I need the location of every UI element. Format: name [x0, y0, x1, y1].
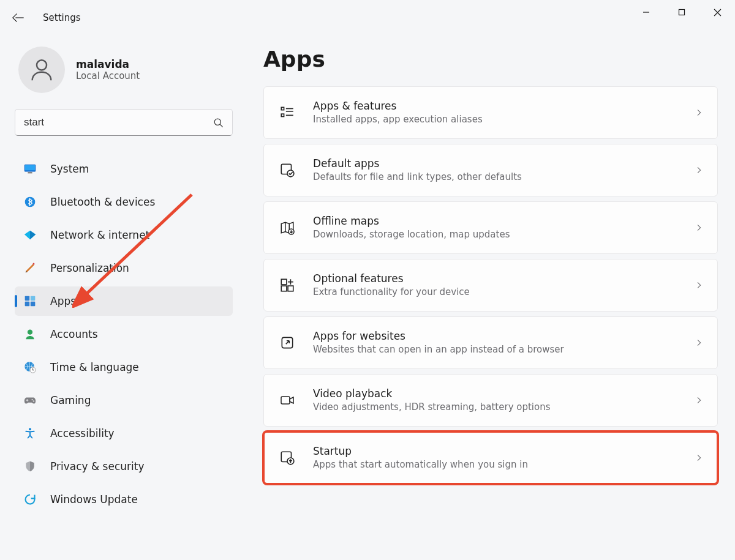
window-title: Settings	[43, 12, 81, 23]
svg-rect-8	[25, 165, 35, 171]
maximize-button[interactable]	[664, 0, 699, 24]
card-subtitle: Apps that start automatically when you s…	[313, 458, 528, 471]
shield-icon	[23, 460, 37, 473]
card-subtitle: Websites that can open in an app instead…	[313, 343, 564, 356]
chevron-right-icon	[694, 108, 704, 118]
wifi-icon	[23, 228, 37, 242]
svg-rect-1	[679, 10, 685, 15]
sidebar-item-label: Time & language	[50, 361, 139, 373]
sidebar-item-label: System	[50, 163, 89, 175]
sidebar-item-system[interactable]: System	[15, 154, 233, 184]
close-button[interactable]	[699, 0, 735, 24]
svg-point-20	[33, 400, 34, 401]
sidebar-item-accessibility[interactable]: Accessibility	[15, 419, 233, 448]
svg-line-6	[220, 124, 222, 127]
map-icon	[279, 219, 296, 236]
svg-rect-34	[281, 397, 290, 404]
window-controls	[628, 0, 735, 24]
sidebar-item-label: Personalization	[50, 262, 129, 274]
sidebar-item-bluetooth[interactable]: Bluetooth & devices	[15, 187, 233, 217]
apps-grid-icon	[23, 294, 37, 308]
card-apps-websites[interactable]: Apps for websites Websites that can open…	[263, 316, 718, 369]
apps-list-icon	[279, 104, 296, 121]
chevron-right-icon	[694, 338, 704, 348]
card-title: Apps & features	[313, 99, 483, 113]
add-feature-icon	[279, 277, 296, 294]
globe-clock-icon	[23, 360, 37, 374]
chevron-right-icon	[694, 453, 704, 463]
paintbrush-icon	[23, 261, 37, 275]
svg-rect-23	[281, 114, 284, 116]
card-title: Optional features	[313, 272, 470, 286]
gamepad-icon	[23, 394, 37, 407]
card-title: Startup	[313, 444, 528, 458]
account-name: malavida	[76, 58, 140, 70]
sidebar-item-label: Accounts	[50, 328, 98, 340]
chevron-right-icon	[694, 223, 704, 233]
sidebar: malavida Local Account System Bluetooth …	[0, 35, 239, 560]
sidebar-item-privacy[interactable]: Privacy & security	[15, 452, 233, 481]
bluetooth-icon	[23, 195, 37, 209]
page-title: Apps	[263, 47, 718, 72]
titlebar: Settings	[0, 0, 735, 35]
chevron-right-icon	[694, 280, 704, 290]
nav: System Bluetooth & devices Network & int…	[15, 154, 233, 514]
accessibility-icon	[23, 427, 37, 440]
card-video-playback[interactable]: Video playback Video adjustments, HDR st…	[263, 374, 718, 427]
svg-rect-30	[281, 279, 287, 285]
account-block[interactable]: malavida Local Account	[15, 47, 230, 93]
sidebar-item-gaming[interactable]: Gaming	[15, 386, 233, 415]
search-icon	[211, 116, 225, 129]
svg-rect-22	[281, 107, 284, 110]
card-subtitle: Downloads, storage location, map updates	[313, 228, 510, 241]
card-apps-features[interactable]: Apps & features Installed apps, app exec…	[263, 86, 718, 139]
search-box[interactable]	[15, 109, 233, 136]
svg-rect-32	[288, 286, 293, 291]
account-subtitle: Local Account	[76, 70, 140, 81]
card-title: Default apps	[313, 157, 522, 171]
sidebar-item-network[interactable]: Network & internet	[15, 220, 233, 250]
minimize-icon	[643, 9, 650, 16]
sidebar-item-time-language[interactable]: Time & language	[15, 353, 233, 382]
sidebar-item-accounts[interactable]: Accounts	[15, 319, 233, 349]
svg-rect-31	[281, 286, 287, 291]
chevron-right-icon	[694, 395, 704, 405]
back-button[interactable]	[0, 0, 36, 35]
svg-point-16	[28, 330, 32, 335]
person-icon	[28, 56, 56, 84]
card-subtitle: Video adjustments, HDR streaming, batter…	[313, 401, 551, 413]
video-icon	[279, 392, 296, 409]
card-title: Apps for websites	[313, 329, 564, 343]
svg-rect-15	[31, 302, 36, 307]
card-optional-features[interactable]: Optional features Extra functionality fo…	[263, 259, 718, 312]
card-default-apps[interactable]: Default apps Defaults for file and link …	[263, 144, 718, 196]
svg-point-5	[214, 119, 221, 125]
svg-point-21	[29, 428, 31, 430]
svg-point-4	[37, 60, 47, 70]
card-subtitle: Extra functionality for your device	[313, 286, 470, 298]
svg-rect-12	[25, 296, 30, 301]
sidebar-item-label: Gaming	[50, 394, 91, 406]
svg-point-19	[31, 399, 32, 400]
startup-icon	[279, 449, 296, 466]
sidebar-item-label: Accessibility	[50, 427, 115, 439]
sidebar-item-personalization[interactable]: Personalization	[15, 253, 233, 283]
svg-rect-9	[28, 173, 32, 174]
sidebar-item-label: Windows Update	[50, 493, 138, 506]
sidebar-item-windows-update[interactable]: Windows Update	[15, 485, 233, 514]
search-input[interactable]	[23, 116, 211, 129]
sidebar-item-label: Apps	[50, 295, 76, 307]
default-apps-icon	[279, 162, 296, 179]
minimize-button[interactable]	[628, 0, 664, 24]
sidebar-item-label: Bluetooth & devices	[50, 196, 155, 208]
person-head-icon	[23, 327, 37, 341]
card-startup[interactable]: Startup Apps that start automatically wh…	[263, 431, 718, 484]
svg-point-28	[287, 170, 294, 177]
card-subtitle: Defaults for file and link types, other …	[313, 171, 522, 183]
card-subtitle: Installed apps, app execution aliases	[313, 113, 483, 125]
sidebar-item-apps[interactable]: Apps	[15, 286, 233, 316]
open-external-icon	[279, 334, 296, 351]
card-offline-maps[interactable]: Offline maps Downloads, storage location…	[263, 201, 718, 254]
maximize-icon	[678, 9, 685, 16]
close-icon	[714, 9, 722, 17]
